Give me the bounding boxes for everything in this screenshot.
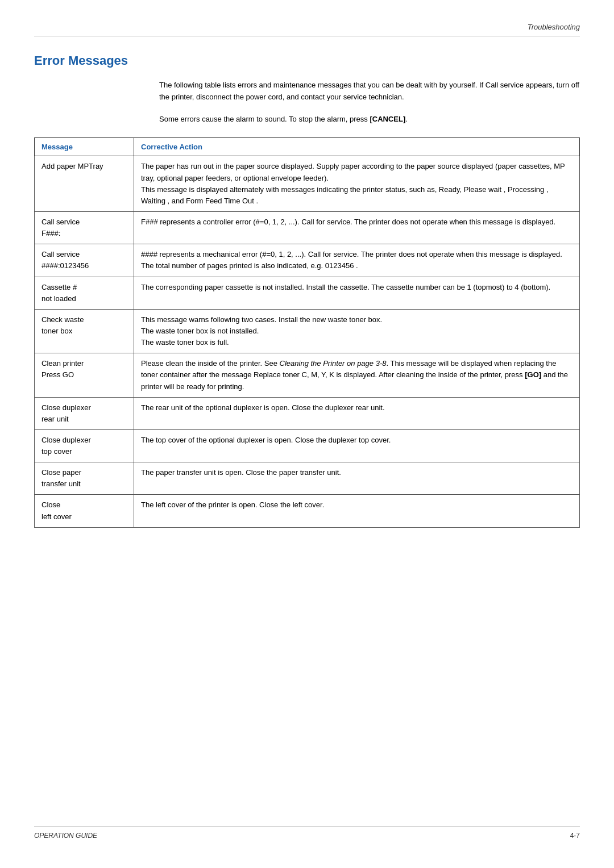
page-container: Troubleshooting Error Messages The follo… xyxy=(0,0,614,868)
cancel-label: [CANCEL] xyxy=(370,115,405,123)
table-row: Add paper MPTrayThe paper has run out in… xyxy=(35,156,580,212)
intro-paragraph-1: The following table lists errors and mai… xyxy=(159,80,580,103)
table-row: Closeleft coverThe left cover of the pri… xyxy=(35,495,580,527)
table-row: Close duplexertop coverThe top cover of … xyxy=(35,429,580,462)
table-cell-message: Close duplexerrear unit xyxy=(35,397,134,429)
table-row: Close duplexerrear unitThe rear unit of … xyxy=(35,397,580,429)
table-cell-action: The paper has run out in the paper sourc… xyxy=(134,156,580,212)
table-cell-action: Please clean the inside of the printer. … xyxy=(134,353,580,397)
table-header-row: Message Corrective Action xyxy=(35,138,580,156)
table-cell-action: The corresponding paper cassette is not … xyxy=(134,277,580,309)
table-cell-action: The top cover of the optional duplexer i… xyxy=(134,429,580,462)
table-cell-action: This message warns following two cases. … xyxy=(134,309,580,353)
header-title: Troubleshooting xyxy=(528,23,580,31)
intro-text-2-suffix: . xyxy=(405,115,408,123)
top-header: Troubleshooting xyxy=(34,23,580,36)
table-row: Call service####:0123456#### represents … xyxy=(35,244,580,277)
table-row: Close papertransfer unitThe paper transf… xyxy=(35,462,580,495)
table-cell-action: F### represents a controller error (#=0,… xyxy=(134,211,580,244)
footer: OPERATION GUIDE 4-7 xyxy=(34,827,580,840)
table-cell-message: Cassette #not loaded xyxy=(35,277,134,309)
intro-text-1: The following table lists errors and mai… xyxy=(159,81,579,101)
table-row: Clean printerPress GOPlease clean the in… xyxy=(35,353,580,397)
table-cell-message: Check wastetoner box xyxy=(35,309,134,353)
table-cell-action: The left cover of the printer is open. C… xyxy=(134,495,580,527)
error-table: Message Corrective Action Add paper MPTr… xyxy=(34,137,580,527)
table-cell-message: Add paper MPTray xyxy=(35,156,134,212)
table-cell-message: Close duplexertop cover xyxy=(35,429,134,462)
table-cell-message: Closeleft cover xyxy=(35,495,134,527)
table-cell-action: The paper transfer unit is open. Close t… xyxy=(134,462,580,495)
table-row: Cassette #not loadedThe corresponding pa… xyxy=(35,277,580,309)
table-cell-message: Close papertransfer unit xyxy=(35,462,134,495)
section-title: Error Messages xyxy=(34,53,580,68)
table-cell-message: Call serviceF###: xyxy=(35,211,134,244)
table-row: Call serviceF###:F### represents a contr… xyxy=(35,211,580,244)
footer-left: OPERATION GUIDE xyxy=(34,832,97,840)
table-row: Check wastetoner boxThis message warns f… xyxy=(35,309,580,353)
intro-paragraph-2: Some errors cause the alarm to sound. To… xyxy=(159,114,580,126)
table-cell-message: Call service####:0123456 xyxy=(35,244,134,277)
footer-right: 4-7 xyxy=(570,832,580,840)
intro-text-2-prefix: Some errors cause the alarm to sound. To… xyxy=(159,115,370,123)
table-cell-action: #### represents a mechanical error (#=0,… xyxy=(134,244,580,277)
col-header-action: Corrective Action xyxy=(134,138,580,156)
col-header-message: Message xyxy=(35,138,134,156)
table-cell-message: Clean printerPress GO xyxy=(35,353,134,397)
table-cell-action: The rear unit of the optional duplexer i… xyxy=(134,397,580,429)
